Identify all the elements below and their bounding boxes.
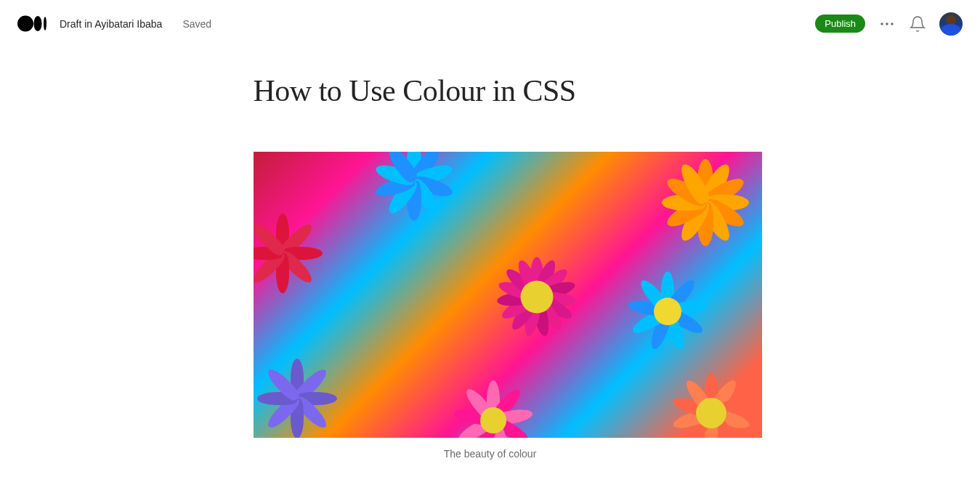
publish-button[interactable]: Publish [815, 15, 865, 33]
svg-point-0 [17, 16, 33, 32]
image-caption[interactable]: The beauty of colour [254, 448, 727, 460]
editor-header: Draft in Ayibatari Ibaba Saved Publish [0, 0, 980, 47]
header-right: Publish [815, 12, 963, 36]
editor-area[interactable]: How to Use Colour in CSS [236, 47, 745, 460]
notifications-icon[interactable] [909, 15, 926, 33]
save-status: Saved [182, 18, 211, 30]
header-left: Draft in Ayibatari Ibaba Saved [17, 15, 211, 33]
article-image[interactable] [254, 152, 762, 438]
user-avatar[interactable] [939, 12, 963, 36]
medium-logo[interactable] [17, 15, 49, 33]
draft-location[interactable]: Draft in Ayibatari Ibaba [60, 18, 162, 30]
svg-point-1 [34, 16, 42, 31]
article-title[interactable]: How to Use Colour in CSS [254, 73, 727, 108]
svg-point-5 [891, 23, 893, 25]
more-icon[interactable] [878, 15, 896, 33]
svg-point-2 [44, 17, 46, 30]
svg-point-3 [880, 23, 883, 25]
svg-point-4 [886, 23, 888, 25]
